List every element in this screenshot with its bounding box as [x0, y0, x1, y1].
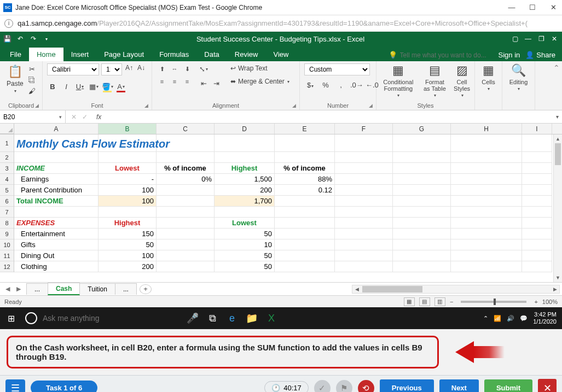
site-info-icon[interactable]: i	[4, 19, 13, 28]
comma-format[interactable]: ,	[335, 81, 347, 92]
cell-D12[interactable]: 50	[215, 261, 275, 272]
reset-icon[interactable]: ⟲	[358, 380, 374, 393]
col-header-E[interactable]: E	[275, 124, 335, 134]
row-2[interactable]	[14, 152, 552, 163]
window-close[interactable]: ✕	[548, 3, 559, 11]
font-name-select[interactable]: Calibri	[47, 63, 99, 75]
wifi-icon[interactable]: 📶	[494, 315, 501, 322]
cell-E1[interactable]	[275, 134, 335, 152]
file-explorer-icon[interactable]: 📁	[242, 312, 262, 324]
save-icon[interactable]: 💾	[3, 35, 11, 43]
hscroll-left-icon[interactable]: ◀	[352, 285, 361, 293]
collapse-ribbon-icon[interactable]: ⌃	[551, 61, 562, 110]
excel-close[interactable]: ✕	[550, 35, 559, 43]
cell-B10[interactable]: 50	[99, 239, 157, 250]
cell-A3[interactable]: INCOME	[14, 163, 99, 174]
row-9[interactable]: Entertainment 150 50	[14, 229, 552, 239]
page-layout-view-icon[interactable]: ▤	[419, 297, 430, 306]
sheet-tab-ellipsis[interactable]: ...	[26, 283, 48, 295]
align-middle[interactable]: ↔	[169, 63, 180, 74]
font-size-select[interactable]: 11	[101, 63, 122, 75]
page-break-view-icon[interactable]: ▥	[434, 297, 445, 306]
cell-H1[interactable]	[451, 134, 522, 152]
tab-formulas[interactable]: Formulas	[152, 48, 196, 61]
cell-B9[interactable]: 150	[99, 229, 157, 239]
sheet-nav-prev-icon[interactable]: ◀	[3, 285, 12, 292]
zoom-level[interactable]: 100%	[542, 299, 558, 305]
tab-review[interactable]: Review	[227, 48, 266, 61]
tray-chevron-icon[interactable]: ⌃	[483, 315, 488, 322]
sound-icon[interactable]: 🔊	[507, 315, 514, 322]
cut-icon[interactable]: ✂	[28, 65, 37, 73]
increase-font-icon[interactable]: A↑	[124, 64, 134, 75]
col-header-H[interactable]: H	[451, 124, 522, 134]
cell-styles-button[interactable]: ▨Cell Styles▾	[454, 63, 470, 98]
row-header-11[interactable]: 11	[0, 250, 14, 261]
accounting-format[interactable]: $▾	[304, 81, 316, 92]
tab-insert[interactable]: Insert	[63, 48, 97, 61]
cell-D5[interactable]: 200	[215, 185, 275, 196]
alignment-launcher[interactable]: ◢	[292, 103, 298, 108]
formula-input[interactable]	[105, 110, 552, 123]
cell-A10[interactable]: Gifts	[14, 239, 99, 250]
row-header-9[interactable]: 9	[0, 229, 14, 239]
orientation-button[interactable]: ⤡▾	[198, 63, 209, 74]
expand-formula-bar-icon[interactable]: ▾	[552, 114, 562, 120]
horizontal-scrollbar[interactable]: ◀ ▶	[352, 285, 560, 294]
start-button[interactable]: ⊞	[0, 313, 22, 324]
cell-E5[interactable]: 0.12	[275, 185, 335, 196]
cell-C4[interactable]: 0%	[157, 174, 215, 185]
tab-file[interactable]: File	[2, 48, 29, 61]
wrap-text-button[interactable]: ↩Wrap Text	[228, 63, 292, 73]
task-view-icon[interactable]: ⧉	[202, 313, 222, 324]
next-button[interactable]: Next	[439, 379, 479, 392]
font-launcher[interactable]: ◢	[144, 103, 150, 108]
cell-A8[interactable]: EXPENSES	[14, 218, 99, 229]
row-10[interactable]: Gifts 50 10	[14, 239, 552, 250]
merge-center-button[interactable]: ⬌Merge & Center▾	[228, 77, 292, 86]
cell-D8[interactable]: Lowest	[215, 218, 275, 229]
enter-formula-icon[interactable]: ✓	[82, 113, 88, 121]
align-left[interactable]: ≡	[157, 76, 167, 87]
ribbon-display-icon[interactable]: ▢	[511, 35, 519, 43]
number-launcher[interactable]: ◢	[369, 103, 374, 108]
fill-color-button[interactable]: 🪣▾	[102, 81, 113, 92]
cell-C8[interactable]	[157, 218, 215, 229]
zoom-out-icon[interactable]: −	[450, 299, 453, 305]
sheet-tab-cash[interactable]: Cash	[48, 283, 80, 295]
cell-A6[interactable]: Total INCOME	[14, 196, 99, 207]
cells-button[interactable]: ▦Cells▾	[482, 63, 495, 91]
col-header-D[interactable]: D	[215, 124, 275, 134]
cell-E6[interactable]	[275, 196, 335, 207]
mark-complete-icon[interactable]: ✓	[314, 380, 331, 393]
row-header-1[interactable]: 1	[0, 134, 14, 152]
cell-D4[interactable]: 1,500	[215, 174, 275, 185]
sheet-tab-ellipsis-2[interactable]: ...	[115, 283, 137, 295]
worksheet-grid[interactable]: A B C D E F G H I 1 2 3 4 5 6 7 8 9 10 1…	[0, 124, 562, 282]
editing-button[interactable]: 🔍Editing▾	[509, 63, 528, 91]
excel-maximize[interactable]: ❐	[537, 35, 546, 43]
conditional-formatting-button[interactable]: ▦Conditional Formatting▾	[381, 63, 416, 98]
cell-B4[interactable]: -	[99, 174, 157, 185]
hscroll-right-icon[interactable]: ▶	[551, 285, 559, 293]
edge-icon[interactable]: e	[222, 313, 242, 324]
cell-B8[interactable]: Highest	[99, 218, 157, 229]
cortana-search-input[interactable]	[40, 308, 183, 329]
normal-view-icon[interactable]: ▦	[404, 297, 415, 306]
zoom-slider[interactable]	[461, 301, 526, 303]
fx-icon[interactable]: fx	[93, 113, 105, 121]
row-8[interactable]: EXPENSES Highest Lowest	[14, 218, 552, 229]
col-header-C[interactable]: C	[157, 124, 215, 134]
cell-A1[interactable]: Monthly Cash Flow Estimator	[14, 134, 99, 152]
clipboard-launcher[interactable]: ◢	[35, 103, 40, 108]
align-right[interactable]: ≡	[182, 76, 193, 87]
cancel-formula-icon[interactable]: ✕	[71, 113, 77, 121]
tell-me-input[interactable]	[400, 51, 493, 59]
hscroll-thumb[interactable]	[362, 286, 422, 292]
decrease-decimal[interactable]: ←.0	[366, 81, 378, 92]
sign-in-link[interactable]: Sign in	[499, 51, 520, 59]
flag-icon[interactable]: ⚑	[336, 380, 352, 393]
row-5[interactable]: Parent Contribution 100 200 0.12	[14, 185, 552, 196]
select-all-corner[interactable]	[0, 124, 14, 134]
row-3[interactable]: INCOME Lowest % of income Highest % of i…	[14, 163, 552, 174]
